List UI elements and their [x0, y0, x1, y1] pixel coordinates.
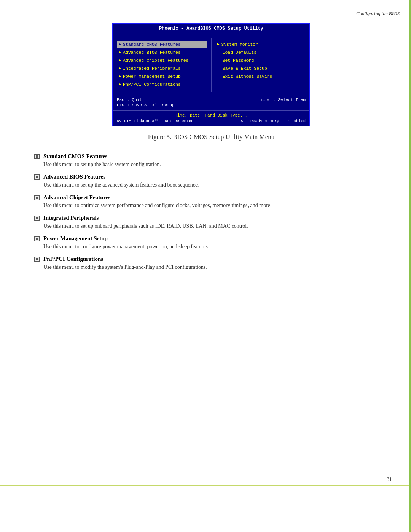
bios-footer-esc: Esc : Quit [117, 97, 142, 102]
menu-item-title: PnP/PCI Configurations [43, 256, 388, 262]
bios-right-menu-item[interactable]: Set Password [215, 57, 306, 64]
menu-item-checkbox [34, 257, 40, 262]
menu-item-description: Use this menu to set up the advanced sys… [43, 181, 388, 189]
menu-description-list: Standard CMOS FeaturesUse this menu to s… [34, 153, 388, 271]
menu-item-checkbox [34, 154, 40, 159]
bios-status-left: NVIDIA LinkBoost™ – Not Detected [117, 119, 194, 123]
menu-item-description: Use this menu to optimize system perform… [43, 201, 388, 209]
bios-footer-f10: F10 : Save & Exit Setup [117, 103, 175, 107]
menu-item: Advanced Chipset FeaturesUse this menu t… [34, 194, 388, 209]
menu-item-description: Use this menu to set up the basic system… [43, 160, 388, 168]
menu-item-title: Power Management Setup [43, 235, 388, 242]
menu-item-content: Advanced BIOS FeaturesUse this menu to s… [43, 174, 388, 189]
bios-title: Phoenix – AwardBIOS CMOS Setup Utility [113, 24, 309, 34]
green-accent-bar [409, 0, 411, 532]
menu-item-checkbox [34, 174, 40, 180]
bios-left-menu-item[interactable]: ►Advanced BIOS Features [117, 49, 207, 56]
bios-left-menu-item[interactable]: ►PnP/PCI Configurations [117, 81, 207, 88]
menu-item: PnP/PCI ConfigurationsUse this menu to m… [34, 256, 388, 271]
bios-status-center: Time, Date, Hard Disk Type.., [117, 113, 306, 118]
menu-item-content: PnP/PCI ConfigurationsUse this menu to m… [43, 256, 388, 271]
bios-left-menu-item[interactable]: ►Standard CMOS Features [117, 41, 207, 48]
menu-item-title: Advanced BIOS Features [43, 174, 388, 180]
bios-right-menu-item[interactable]: Exit Without Saving [215, 73, 306, 80]
menu-item-checkbox [34, 216, 40, 221]
menu-item: Standard CMOS FeaturesUse this menu to s… [34, 153, 388, 168]
menu-item: Power Management SetupUse this menu to c… [34, 235, 388, 251]
bios-screenshot: Phoenix – AwardBIOS CMOS Setup Utility ►… [112, 23, 310, 126]
menu-item-content: Power Management SetupUse this menu to c… [43, 235, 388, 251]
menu-item-title: Advanced Chipset Features [43, 194, 388, 201]
bios-left-menu-item[interactable]: ►Advanced Chipset Features [117, 57, 207, 64]
bios-footer: Esc : Quit ↑↓→← : Select Item F10 : Save… [113, 95, 309, 110]
menu-item-title: Standard CMOS Features [43, 153, 388, 160]
menu-item-checkbox [34, 236, 40, 241]
menu-item-content: Integrated PeripheralsUse this menu to s… [43, 215, 388, 230]
top-right-label: Configuring the BIOS [356, 11, 400, 17]
menu-item-description: Use this menu to modify the system's Plu… [43, 263, 388, 271]
bios-status-bar: Time, Date, Hard Disk Type.., NVIDIA Lin… [113, 110, 309, 126]
bios-footer-select: ↑↓→← : Select Item [260, 97, 306, 102]
menu-item-checkbox [34, 195, 40, 200]
menu-item-content: Standard CMOS FeaturesUse this menu to s… [43, 153, 388, 168]
menu-item-title: Integrated Peripherals [43, 215, 388, 221]
menu-item-description: Use this menu to set up onboard peripher… [43, 222, 388, 230]
bios-left-menu-item[interactable]: ►Integrated Peripherals [117, 65, 207, 72]
menu-item-description: Use this menu to configure power managem… [43, 243, 388, 251]
bios-left-column: ►Standard CMOS Features►Advanced BIOS Fe… [113, 38, 212, 92]
bios-left-menu-item[interactable]: ►Power Management Setup [117, 73, 207, 80]
menu-item: Integrated PeripheralsUse this menu to s… [34, 215, 388, 230]
menu-item: Advanced BIOS FeaturesUse this menu to s… [34, 174, 388, 189]
bios-right-menu-item[interactable]: Load Defaults [215, 49, 306, 56]
bios-status-right: SLI-Ready memory – Disabled [241, 119, 306, 123]
bios-right-menu-item[interactable]: ►System Monitor [215, 41, 306, 48]
bottom-green-line [0, 485, 409, 486]
menu-item-content: Advanced Chipset FeaturesUse this menu t… [43, 194, 388, 209]
bios-right-column: ►System MonitorLoad DefaultsSet Password… [212, 38, 310, 92]
figure-caption: Figure 5. BIOS CMOS Setup Utility Main M… [34, 133, 388, 141]
bios-right-menu-item[interactable]: Save & Exit Setup [215, 65, 306, 72]
page-number: 31 [387, 476, 392, 482]
